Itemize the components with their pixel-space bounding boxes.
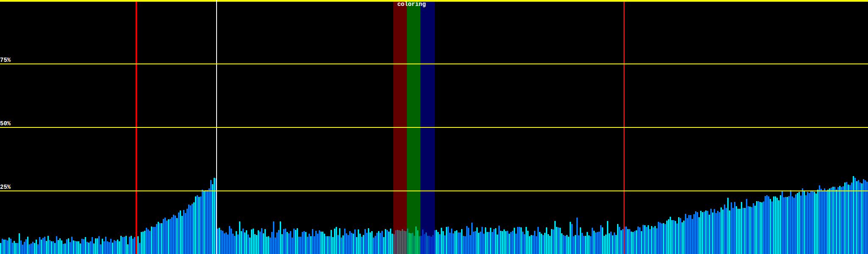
axis-label-75: 75% [0, 57, 11, 63]
profile-graph: 75%50%25% coloring [0, 0, 868, 254]
gridline-25 [0, 190, 868, 191]
coloring-label: coloring [397, 1, 426, 7]
gridline-50 [0, 127, 868, 128]
gridlines-layer: 75%50%25% [0, 0, 868, 254]
axis-label-25: 25% [0, 184, 11, 190]
gridline-75 [0, 64, 868, 64]
axis-label-50: 50% [0, 121, 11, 127]
